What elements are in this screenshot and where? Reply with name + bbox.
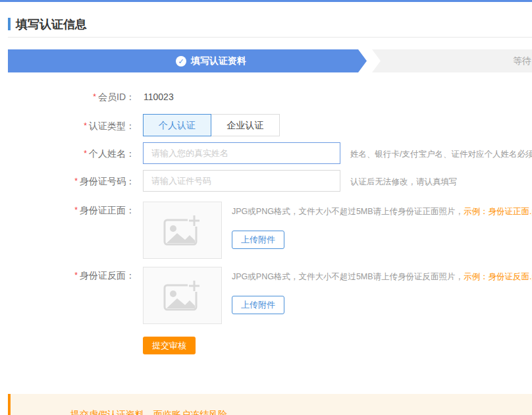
- id-number-input[interactable]: [143, 170, 340, 192]
- page-title: 填写认证信息: [16, 16, 87, 32]
- required-mark: *: [74, 177, 78, 186]
- person-name-hint: 姓名、银行卡/支付宝户名、证件对应个人姓名必须一致: [350, 149, 532, 160]
- required-mark: *: [74, 271, 78, 280]
- member-id-value: 110023: [144, 92, 174, 102]
- id-back-label: *身份证反面：: [0, 270, 135, 282]
- required-mark: *: [74, 206, 78, 215]
- warning-banner: 提交虚假认证资料，面临账户冻结风险: [8, 394, 532, 415]
- id-front-hint: JPG或PNG格式，文件大小不超过5MB请上传身份证正面照片，示例：身份证正面.…: [232, 206, 532, 217]
- id-front-upload-button[interactable]: 上传附件: [232, 231, 284, 249]
- person-name-input[interactable]: [143, 142, 340, 164]
- image-placeholder-icon: [163, 215, 201, 246]
- title-accent-bar: [8, 18, 11, 30]
- step-current-label: 填写认证资料: [191, 55, 246, 67]
- required-mark: *: [84, 149, 87, 158]
- id-number-hint: 认证后无法修改，请认真填写: [350, 177, 458, 188]
- required-mark: *: [84, 121, 87, 130]
- id-front-example-link[interactable]: 示例：身份证正面.png: [464, 207, 532, 216]
- tab-personal-auth[interactable]: 个人认证: [143, 114, 211, 136]
- tab-enterprise-auth[interactable]: 企业认证: [211, 114, 280, 136]
- id-front-label: *身份证正面：: [0, 205, 135, 217]
- step-next-label: 等待: [513, 49, 531, 72]
- auth-type-tabs: 个人认证 企业认证: [143, 114, 280, 136]
- submit-review-button[interactable]: 提交审核: [143, 337, 196, 354]
- id-back-example-link[interactable]: 示例：身份证反面.png: [464, 272, 532, 281]
- required-mark: *: [93, 92, 96, 101]
- top-accent-strip: [0, 0, 532, 2]
- id-back-upload-button[interactable]: 上传附件: [232, 296, 284, 314]
- warning-text: 提交虚假认证资料，面临账户冻结风险: [70, 409, 227, 415]
- person-name-label: *个人姓名：: [0, 148, 135, 160]
- id-number-label: *身份证号码：: [0, 176, 135, 188]
- id-front-upload-box[interactable]: [143, 202, 222, 259]
- header-divider: [8, 37, 532, 38]
- step-fill-auth-info: ✓ 填写认证资料: [8, 49, 367, 72]
- id-back-upload-box[interactable]: [143, 267, 222, 324]
- image-placeholder-icon: [163, 280, 201, 311]
- id-back-hint: JPG或PNG格式，文件大小不超过5MB请上传身份证反面照片，示例：身份证反面.…: [232, 271, 532, 283]
- check-circle-icon: ✓: [176, 56, 186, 67]
- step-waiting: 等待: [372, 49, 532, 72]
- auth-type-label: *认证类型：: [0, 121, 135, 132]
- verification-form-page: 填写认证信息 ✓ 填写认证资料 等待 *会员ID： 110023 *认证类型： …: [0, 0, 532, 415]
- member-id-label: *会员ID：: [0, 92, 135, 103]
